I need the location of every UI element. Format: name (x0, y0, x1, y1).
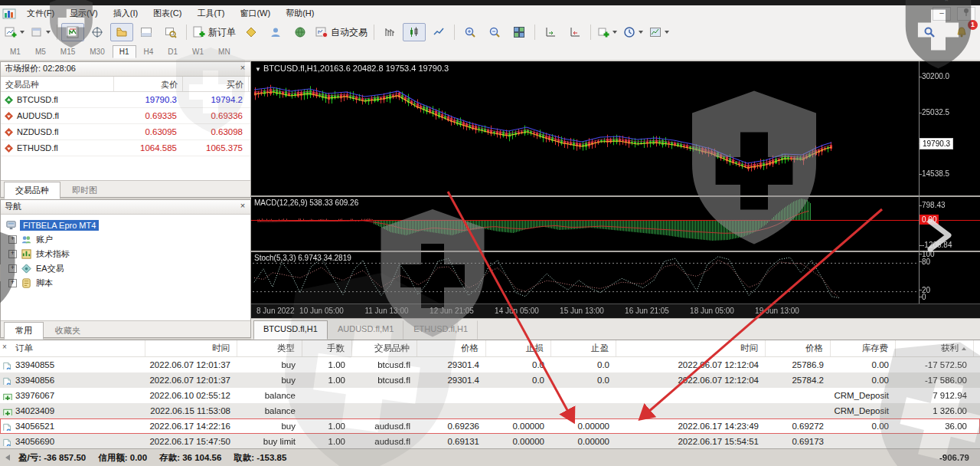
chart-symbol-label: BTCUSD.fl,H1 (263, 64, 318, 73)
orders-column-2[interactable]: 时间 (145, 340, 237, 356)
navigator-item-2[interactable]: +技术指标 (5, 247, 250, 261)
expand-plus-icon[interactable]: + (8, 264, 17, 273)
tile-windows-button[interactable] (508, 23, 531, 41)
orders-column-12[interactable]: 获利 (896, 340, 974, 356)
order-row-34056690[interactable]: 340566902022.06.17 15:47:50buy limit1.00… (0, 434, 980, 449)
orders-header-row: 订单时间类型手数交易品种价格止损止盈时间价格库存费获利 (0, 340, 980, 357)
menu-item-3[interactable]: 插入(I) (106, 6, 145, 21)
indicators-icon (597, 26, 609, 38)
order-cell: 0.69173 (766, 437, 831, 446)
order-row-33976067[interactable]: 339760672022.06.10 02:55:12balanceCRM_De… (0, 388, 980, 403)
chart-collapse-icon[interactable]: ▼ (255, 66, 261, 73)
timeframe-h1[interactable]: H1 (113, 45, 136, 58)
chart-ohlc-values: 20163.6 20482.8 19753.4 19790.3 (320, 64, 449, 73)
periods-button[interactable] (621, 23, 645, 41)
market-watch-close-button[interactable]: × (237, 62, 248, 73)
notifications-button[interactable]: 1 (950, 23, 973, 41)
order-row-33940856[interactable]: 339408562022.06.07 12:01:37buy1.00btcusd… (0, 372, 980, 388)
minimize-button[interactable]: – (933, 7, 951, 21)
toolbar-separator (57, 25, 57, 40)
chart-tab-3[interactable]: ETHUSD.fl,H1 (403, 320, 478, 340)
navigator-tab-2[interactable]: 收藏夹 (44, 322, 92, 340)
autoscroll-button[interactable] (539, 23, 562, 41)
expand-plus-icon[interactable]: + (8, 279, 17, 287)
orders-column-5[interactable]: 交易品种 (352, 340, 417, 356)
timeframe-d1[interactable]: D1 (161, 45, 185, 58)
order-cell: 2022.06.15 11:53:08 (145, 406, 237, 415)
zoom-in-button[interactable] (459, 23, 482, 41)
chart-window[interactable]: ▼ BTCUSD.fl,H1, 20163.6 20482.8 19753.4 … (251, 61, 980, 318)
navigator-item-4[interactable]: +脚本 (5, 276, 250, 290)
terminal-button[interactable] (135, 23, 158, 41)
timeframe-m5[interactable]: M5 (28, 45, 53, 58)
timeframe-m15[interactable]: M15 (54, 45, 82, 58)
chart-tab-1[interactable]: BTCUSD.fl,H1 (253, 320, 328, 340)
market-watch-row-btcusd.fl[interactable]: BTCUSD.fl19790.319794.2 (1, 92, 250, 108)
orders-column-7[interactable]: 止损 (486, 340, 551, 356)
tester-button[interactable] (159, 23, 182, 41)
news-button[interactable] (289, 23, 312, 41)
timeframe-w1[interactable]: W1 (185, 45, 211, 58)
timeframe-mn[interactable]: MN (211, 45, 237, 58)
navigator-root-item[interactable]: FITBELA Epro MT4 (5, 218, 250, 232)
order-doc-icon (2, 438, 13, 446)
orders-column-8[interactable]: 止盈 (551, 340, 616, 356)
bars-button[interactable] (378, 23, 401, 41)
market-watch-row-nzdusd.fl[interactable]: NZDUSD.fl0.630950.63098 (1, 124, 250, 140)
orders-column-11[interactable]: 库存费 (831, 340, 896, 356)
new-chart-button[interactable] (2, 23, 27, 41)
orders-column-10[interactable]: 价格 (766, 340, 831, 356)
menu-item-4[interactable]: 图表(C) (145, 6, 189, 21)
order-row-34056521[interactable]: 340565212022.06.17 14:22:16buy1.00audusd… (0, 418, 980, 434)
navigator-item-1[interactable]: +账户 (5, 232, 250, 247)
menu-item-5[interactable]: 工具(T) (189, 6, 232, 21)
expand-plus-icon[interactable]: + (8, 235, 17, 244)
timeframe-h4[interactable]: H4 (137, 45, 161, 58)
orders-column-4[interactable]: 手数 (302, 340, 352, 356)
orders-column-9[interactable]: 时间 (616, 340, 766, 356)
chart-tab-2[interactable]: AUDUSD.fl,M1 (328, 320, 403, 340)
terminal-close-button[interactable]: × (2, 343, 7, 351)
metaeditor-button[interactable] (240, 23, 263, 41)
chart-shift-button[interactable] (564, 23, 586, 41)
price-chart-canvas[interactable] (251, 61, 980, 318)
order-id: 34023409 (15, 406, 54, 415)
profiles-button[interactable] (28, 23, 53, 41)
community-button[interactable] (264, 23, 287, 41)
orders-column-6[interactable]: 价格 (417, 340, 486, 356)
orders-column-3[interactable]: 类型 (237, 340, 302, 356)
market-watch-row-ethusd.fl[interactable]: ETHUSD.fl1064.5851065.375 (1, 140, 250, 156)
market-watch-panel: 市场报价: 02:28:06 × 交易品种卖价买价 BTCUSD.fl19790… (0, 61, 251, 198)
order-row-34023409[interactable]: 340234092022.06.15 11:53:08balanceCRM_De… (0, 403, 980, 418)
dropdown-caret-icon (665, 31, 669, 34)
market-watch-button[interactable] (61, 23, 84, 41)
expand-plus-icon[interactable]: + (8, 250, 17, 258)
autotrading-button[interactable]: 自动交易 (313, 23, 370, 41)
navigator-item-3[interactable]: +EA交易 (5, 261, 250, 276)
line-chart-button[interactable] (427, 23, 450, 41)
profiles-icon (31, 26, 43, 38)
menu-item-2[interactable]: 显示(V) (62, 6, 106, 21)
timeframe-m30[interactable]: M30 (83, 45, 111, 58)
new-order-button[interactable]: 新订单 (191, 23, 238, 41)
navigator-tab-1[interactable]: 常用 (4, 322, 44, 340)
menu-item-7[interactable]: 帮助(H) (278, 6, 322, 21)
timeframe-m1[interactable]: M1 (3, 45, 28, 58)
menu-item-6[interactable]: 窗口(W) (232, 6, 278, 21)
templates-button[interactable] (647, 23, 671, 41)
indicators-button[interactable] (595, 23, 619, 41)
order-row-33940855[interactable]: 339408552022.06.07 12:01:37buy1.00btcusd… (0, 357, 980, 372)
zoom-out-button[interactable] (483, 23, 506, 41)
market-watch-row-audusd.fl[interactable]: AUDUSD.fl0.693350.69336 (1, 108, 250, 124)
orders-column-1[interactable]: 订单 (0, 340, 145, 356)
data-window-button[interactable] (86, 23, 109, 41)
current-price-box: 19790.3 (920, 138, 953, 149)
pin-button[interactable] (957, 7, 975, 21)
candles-button[interactable] (403, 23, 426, 41)
menu-item-1[interactable]: 文件(F) (19, 6, 62, 21)
navigator-button[interactable] (110, 23, 133, 41)
search-button[interactable] (918, 23, 941, 41)
navigator-close-button[interactable]: × (237, 200, 248, 211)
market-watch-tab-2[interactable]: 即时图 (60, 182, 109, 199)
market-watch-tab-1[interactable]: 交易品种 (4, 182, 60, 199)
